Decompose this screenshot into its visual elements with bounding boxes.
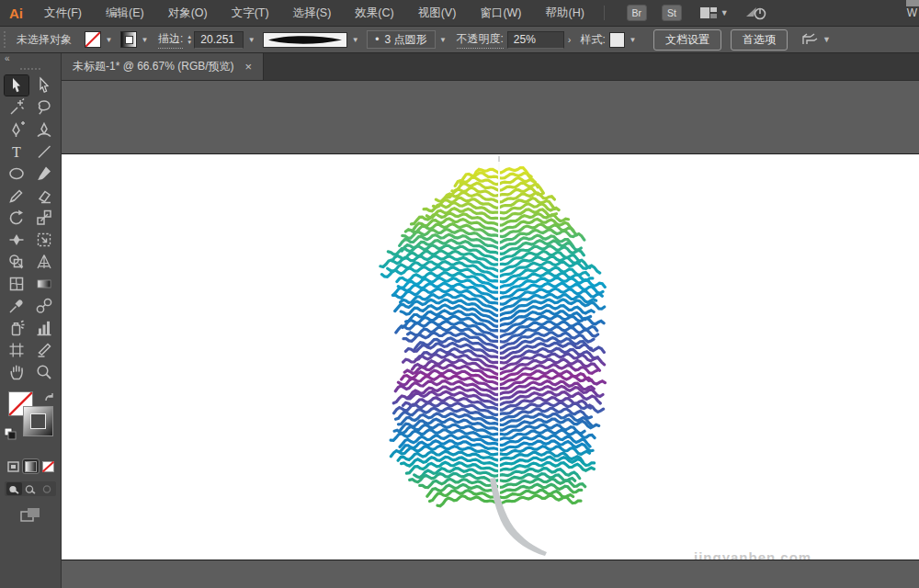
- watermark: jingyanben.com: [694, 549, 811, 560]
- tool-scale[interactable]: [32, 208, 56, 228]
- share-icon[interactable]: [745, 6, 767, 20]
- feather-artwork[interactable]: [62, 154, 919, 560]
- workspace-icon: [700, 6, 717, 19]
- default-fill-stroke-icon[interactable]: [5, 428, 17, 440]
- style-swatch[interactable]: [609, 32, 625, 48]
- menu-item-7[interactable]: 窗口(W): [468, 0, 533, 26]
- stroke-indicator-gradient[interactable]: [23, 406, 53, 436]
- document-area: 未标题-1* @ 66.67% (RGB/预览) × jingyanben.co…: [62, 53, 919, 588]
- tool-zoom[interactable]: [32, 362, 56, 382]
- stroke-hole: [31, 414, 45, 428]
- canvas-pasteboard[interactable]: jingyanben.com: [62, 81, 919, 588]
- selection-status: 未选择对象: [17, 32, 72, 48]
- tool-selection[interactable]: [5, 75, 28, 96]
- draw-normal-button[interactable]: [6, 482, 22, 495]
- chevron-down-icon[interactable]: ▼: [103, 36, 115, 44]
- app-buttons: BrSt: [612, 5, 682, 21]
- panel-collapse-button[interactable]: «: [0, 53, 61, 66]
- menu-items: 文件(F)编辑(E)对象(O)文字(T)选择(S)效果(C)视图(V)窗口(W)…: [32, 0, 596, 26]
- style-label: 样式:: [581, 32, 606, 48]
- screen-mode-button[interactable]: [0, 507, 61, 523]
- tool-shape-builder[interactable]: [5, 252, 28, 272]
- menu-item-2[interactable]: 对象(O): [156, 0, 220, 26]
- draw-behind-button[interactable]: [23, 482, 39, 495]
- tool-artboard[interactable]: [5, 340, 28, 360]
- draw-inside-button[interactable]: [40, 482, 55, 495]
- workspace-switcher[interactable]: ▼: [700, 6, 729, 19]
- tool-pencil[interactable]: [5, 186, 28, 206]
- chevron-down-icon: ▼: [720, 9, 729, 17]
- menu-item-0[interactable]: 文件(F): [32, 0, 94, 26]
- chevron-down-icon: ▼: [823, 36, 831, 44]
- panel-grip[interactable]: [4, 31, 8, 48]
- tool-hand[interactable]: [5, 362, 28, 382]
- stroke-weight-stepper[interactable]: ▲▼: [187, 35, 192, 45]
- tool-slice[interactable]: [32, 340, 56, 360]
- tool-grid: T: [0, 75, 61, 382]
- tool-eyedropper[interactable]: [5, 296, 28, 316]
- fill-stroke-indicator: [0, 391, 61, 452]
- tool-lasso[interactable]: [32, 97, 56, 118]
- opacity-value[interactable]: 25%: [507, 31, 564, 49]
- tool-magic-wand[interactable]: [5, 97, 28, 118]
- tool-curvature[interactable]: [32, 119, 56, 140]
- chevron-right-icon[interactable]: ›: [568, 34, 572, 45]
- menu-item-5[interactable]: 效果(C): [343, 0, 405, 26]
- tool-mesh[interactable]: [5, 274, 28, 294]
- color-mode-button[interactable]: [6, 459, 21, 473]
- artboard[interactable]: jingyanben.com: [62, 153, 919, 560]
- brush-definition[interactable]: • 3 点圆形: [367, 30, 435, 49]
- br-panel-button[interactable]: Br: [627, 5, 647, 21]
- tool-direct-selection[interactable]: [32, 75, 56, 96]
- tool-free-transform[interactable]: [32, 230, 56, 250]
- tool-type[interactable]: T: [5, 141, 28, 162]
- svg-text:T: T: [12, 144, 21, 160]
- illustrator-app: Ai 文件(F)编辑(E)对象(O)文字(T)选择(S)效果(C)视图(V)窗口…: [0, 0, 919, 588]
- tool-perspective-grid[interactable]: [32, 252, 56, 272]
- gradient-mode-button[interactable]: [23, 459, 39, 473]
- chevron-down-icon[interactable]: ▼: [627, 36, 639, 44]
- menu-item-8[interactable]: 帮助(H): [534, 0, 596, 26]
- tool-gradient[interactable]: [32, 274, 56, 294]
- menu-item-4[interactable]: 选择(S): [281, 0, 344, 26]
- chevron-down-icon[interactable]: ▼: [437, 36, 449, 44]
- tools-panel: « T: [0, 53, 62, 588]
- tool-pen[interactable]: [5, 119, 28, 140]
- preferences-button[interactable]: 首选项: [731, 29, 788, 51]
- document-tab-title: 未标题-1* @ 66.67% (RGB/预览): [73, 59, 234, 74]
- tool-line-segment[interactable]: [32, 141, 56, 162]
- stroke-weight-label[interactable]: 描边:: [158, 31, 183, 49]
- brush-name: 3 点圆形: [385, 32, 427, 48]
- tool-width[interactable]: [5, 230, 28, 250]
- tool-paintbrush[interactable]: [32, 164, 56, 184]
- st-panel-button[interactable]: St: [662, 5, 682, 21]
- menu-item-1[interactable]: 编辑(E): [94, 0, 156, 26]
- stroke-color-swatch[interactable]: [120, 31, 137, 48]
- swap-fill-stroke-icon[interactable]: [43, 392, 56, 404]
- close-icon[interactable]: ×: [245, 61, 253, 73]
- chevron-down-icon[interactable]: ▼: [139, 36, 151, 44]
- tool-rotate[interactable]: [5, 208, 28, 228]
- tool-ellipse[interactable]: [5, 164, 28, 184]
- chevron-down-icon[interactable]: ▼: [349, 36, 361, 44]
- stroke-weight-value[interactable]: 20.251: [194, 31, 244, 49]
- fill-color-swatch[interactable]: [85, 31, 101, 48]
- opacity-label[interactable]: 不透明度:: [457, 31, 504, 49]
- tool-column-graph[interactable]: [32, 318, 56, 338]
- tool-eraser[interactable]: [32, 186, 56, 206]
- tool-blend[interactable]: [32, 296, 56, 316]
- width-profile-preview[interactable]: [263, 32, 347, 48]
- menu-item-6[interactable]: 视图(V): [406, 0, 469, 26]
- tool-symbol-sprayer[interactable]: [5, 318, 28, 338]
- control-bar: 未选择对象 ▼ ▼ 描边: ▲▼ 20.251 ▼ ▼ • 3 点圆形 ▼ 不透…: [0, 26, 919, 53]
- window-corner-artifact: [906, 0, 919, 6]
- chevron-down-icon[interactable]: ▼: [245, 36, 257, 44]
- document-setup-button[interactable]: 文档设置: [653, 29, 721, 51]
- document-tab[interactable]: 未标题-1* @ 66.67% (RGB/预览) ×: [62, 53, 264, 80]
- align-options[interactable]: ▼: [800, 32, 831, 47]
- truncated-right-text: W: [907, 6, 919, 19]
- menu-item-3[interactable]: 文字(T): [220, 0, 281, 26]
- menu-bar: Ai 文件(F)编辑(E)对象(O)文字(T)选择(S)效果(C)视图(V)窗口…: [0, 0, 919, 26]
- none-mode-button[interactable]: [40, 459, 56, 473]
- panel-drag-grip[interactable]: [20, 68, 40, 70]
